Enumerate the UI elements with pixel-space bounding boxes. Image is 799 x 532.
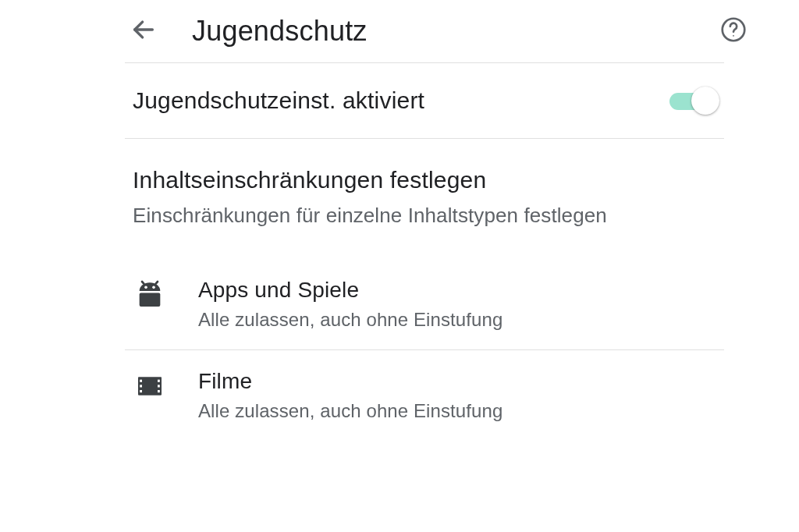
switch-knob	[691, 87, 719, 115]
svg-point-4	[152, 286, 155, 289]
help-icon	[719, 16, 748, 47]
item-title: Apps und Spiele	[198, 278, 502, 303]
item-subtitle: Alle zulassen, auch ohne Einstufung	[198, 400, 502, 422]
film-icon	[133, 371, 167, 402]
svg-rect-12	[158, 390, 160, 392]
svg-rect-8	[140, 385, 142, 388]
item-text: Apps und Spiele Alle zulassen, auch ohne…	[198, 278, 502, 331]
svg-rect-5	[140, 293, 161, 307]
svg-rect-7	[140, 380, 142, 382]
help-button[interactable]	[715, 12, 752, 50]
parental-controls-switch[interactable]	[669, 87, 721, 115]
list-item-movies[interactable]: Filme Alle zulassen, auch ohne Einstufun…	[0, 350, 799, 441]
item-text: Filme Alle zulassen, auch ohne Einstufun…	[198, 369, 502, 422]
item-subtitle: Alle zulassen, auch ohne Einstufung	[198, 309, 502, 331]
app-bar: Jugendschutz	[0, 0, 799, 62]
list-item-apps-games[interactable]: Apps und Spiele Alle zulassen, auch ohne…	[0, 259, 799, 349]
arrow-left-icon	[130, 16, 157, 46]
svg-point-2	[733, 35, 734, 37]
svg-rect-10	[158, 380, 160, 382]
section-subtitle: Einschränkungen für einzelne Inhaltstype…	[133, 201, 721, 229]
parental-controls-toggle-row[interactable]: Jugendschutzeinst. aktiviert	[0, 63, 799, 138]
content-restrictions-header: Inhaltseinschränkungen festlegen Einschr…	[0, 139, 799, 231]
android-icon	[133, 279, 167, 310]
toggle-label: Jugendschutzeinst. aktiviert	[133, 87, 424, 114]
item-title: Filme	[198, 369, 502, 394]
svg-rect-11	[158, 385, 160, 388]
svg-rect-9	[140, 390, 142, 392]
section-title: Inhaltseinschränkungen festlegen	[133, 167, 721, 193]
svg-point-3	[144, 286, 147, 289]
back-button[interactable]	[125, 12, 162, 50]
page-title: Jugendschutz	[192, 15, 368, 48]
